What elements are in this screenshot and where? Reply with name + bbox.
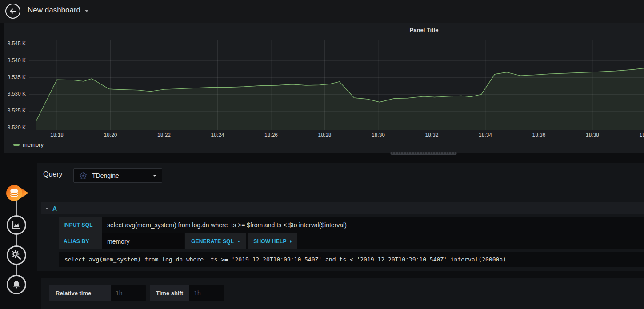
show-help-button[interactable]: SHOW HELP bbox=[248, 233, 297, 249]
tab-general[interactable] bbox=[7, 245, 26, 265]
tdengine-logo-icon bbox=[79, 172, 87, 180]
chevron-down-icon bbox=[153, 175, 156, 177]
datasource-picker[interactable]: TDengine bbox=[73, 168, 162, 183]
tab-alert[interactable] bbox=[7, 275, 26, 294]
alias-by-label: ALIAS BY bbox=[59, 233, 102, 249]
x-tick-label: 18:20 bbox=[97, 132, 124, 138]
gear-wrench-icon bbox=[11, 250, 22, 261]
x-tick-label: 18:38 bbox=[579, 132, 606, 138]
row-filler bbox=[299, 233, 644, 249]
query-editor-card: Query TDengine A INPUT SQL bbox=[37, 163, 644, 271]
query-ref-header[interactable]: A bbox=[41, 202, 644, 214]
alias-by-field[interactable] bbox=[102, 233, 184, 249]
grafana-edit-screen: New dashboard Panel Title 3.545 K3.540 K… bbox=[0, 0, 644, 309]
y-tick-label: 3.535 K bbox=[4, 74, 26, 80]
x-tick-label: 18:26 bbox=[258, 132, 284, 138]
chevron-down-icon bbox=[85, 10, 88, 12]
y-tick-label: 3.525 K bbox=[4, 108, 26, 114]
legend-series-label: memory bbox=[23, 141, 44, 148]
datasource-name: TDengine bbox=[92, 172, 119, 179]
alias-by-row: ALIAS BY GENERATE SQL SHOW HELP bbox=[59, 233, 644, 249]
relative-time-input[interactable] bbox=[111, 285, 146, 301]
legend-item-memory[interactable]: memory bbox=[13, 141, 44, 148]
top-navbar: New dashboard bbox=[0, 0, 644, 23]
panel-resize-handle[interactable] bbox=[390, 152, 457, 155]
query-ref-letter: A bbox=[52, 205, 57, 212]
input-sql-field[interactable] bbox=[102, 217, 644, 233]
time-shift-input[interactable] bbox=[189, 285, 224, 301]
dashboard-title: New dashboard bbox=[28, 6, 80, 15]
relative-time-group: Relative time bbox=[49, 285, 146, 301]
query-section-label: Query bbox=[43, 170, 63, 178]
dashboard-title-dropdown[interactable]: New dashboard bbox=[28, 6, 88, 15]
y-tick-label: 3.545 K bbox=[4, 40, 26, 47]
time-shift-group: Time shift bbox=[150, 285, 224, 301]
bell-icon bbox=[12, 280, 21, 289]
x-tick-label: 18:34 bbox=[472, 132, 499, 138]
collapse-caret-icon bbox=[45, 208, 49, 209]
x-tick-label: 18:22 bbox=[151, 132, 177, 138]
x-tick-label: 18:24 bbox=[204, 132, 231, 138]
chart-plot[interactable] bbox=[29, 40, 644, 130]
input-sql-label: INPUT SQL bbox=[59, 217, 102, 233]
y-tick-label: 3.530 K bbox=[4, 91, 26, 97]
x-tick-label: 18:18 bbox=[44, 132, 70, 138]
time-shift-label: Time shift bbox=[150, 285, 189, 301]
back-button[interactable] bbox=[5, 4, 20, 19]
time-options-card: Relative time Time shift bbox=[41, 278, 644, 309]
y-tick-label: 3.540 K bbox=[4, 57, 26, 64]
x-tick-label: 18:28 bbox=[312, 132, 338, 138]
legend-series-dash bbox=[13, 144, 20, 146]
chevron-right-icon bbox=[290, 240, 292, 243]
show-help-label: SHOW HELP bbox=[253, 238, 286, 245]
x-tick-label: 18:36 bbox=[526, 132, 552, 138]
chevron-down-icon bbox=[237, 241, 240, 242]
graph-panel: Panel Title 3.545 K3.540 K3.535 K3.530 K… bbox=[4, 23, 644, 153]
y-tick-label: 3.520 K bbox=[4, 124, 26, 131]
tab-queries[interactable] bbox=[6, 184, 29, 202]
database-icon bbox=[6, 184, 29, 202]
generated-sql-text: select avg(mem_system) from log.dn where… bbox=[59, 252, 644, 267]
arrow-left-icon bbox=[9, 7, 17, 15]
tab-rail-connector bbox=[16, 195, 17, 285]
panel-title[interactable]: Panel Title bbox=[410, 27, 439, 33]
relative-time-label: Relative time bbox=[49, 285, 111, 301]
x-tick-label: 18:40 bbox=[633, 132, 644, 138]
chart-icon bbox=[12, 220, 21, 230]
generate-sql-button[interactable]: GENERATE SQL bbox=[185, 233, 246, 249]
x-tick-label: 18:30 bbox=[365, 132, 392, 138]
generate-sql-label: GENERATE SQL bbox=[191, 238, 234, 245]
tab-visualization[interactable] bbox=[7, 215, 26, 235]
input-sql-row: INPUT SQL bbox=[59, 217, 644, 233]
x-tick-label: 18:32 bbox=[419, 132, 445, 138]
